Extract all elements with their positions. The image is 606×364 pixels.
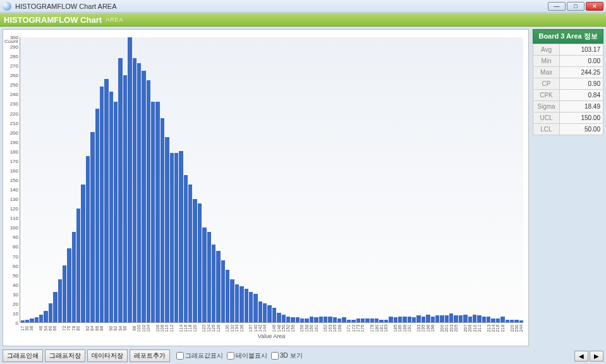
x-tick: 88 bbox=[99, 326, 104, 331]
x-tick: 207 bbox=[463, 325, 467, 332]
bar bbox=[421, 317, 425, 322]
bar bbox=[445, 315, 449, 322]
y-axis: 0102030405060708090100110120130140150160… bbox=[3, 37, 20, 323]
checkbox-input[interactable] bbox=[227, 352, 234, 360]
toolbar-button[interactable]: 데이타저장 bbox=[87, 349, 128, 362]
x-tick: 92 bbox=[113, 326, 118, 331]
x-tick: 162 bbox=[323, 325, 327, 332]
y-tick: 80 bbox=[13, 244, 18, 250]
toolbar-checkbox[interactable]: 그래프값표시 bbox=[176, 351, 223, 360]
bar bbox=[193, 199, 197, 322]
bar bbox=[123, 75, 127, 322]
panel-header: HISTOGRAMFLOW Chart AREA bbox=[0, 13, 606, 27]
bar bbox=[510, 320, 514, 323]
x-tick: 185 bbox=[393, 325, 397, 332]
bar bbox=[147, 80, 150, 322]
checkbox-label: 3D 보기 bbox=[280, 351, 303, 360]
y-tick: 90 bbox=[13, 234, 18, 240]
bar bbox=[249, 292, 253, 322]
bar bbox=[267, 305, 271, 322]
x-tick: 200 bbox=[439, 325, 444, 332]
toolbar-button[interactable]: 그래프저장 bbox=[45, 349, 85, 362]
toolbar-button[interactable]: 그래프인쇄 bbox=[3, 349, 43, 362]
stat-value: 0.00 bbox=[560, 56, 603, 67]
maximize-button[interactable]: □ bbox=[567, 2, 585, 11]
plot-area bbox=[20, 37, 523, 323]
bar bbox=[221, 260, 225, 322]
bar bbox=[67, 248, 71, 322]
bar bbox=[398, 317, 402, 322]
x-tick: 30 bbox=[25, 326, 29, 331]
bar bbox=[58, 279, 62, 322]
y-tick: 180 bbox=[10, 149, 18, 154]
x-tick: 100 bbox=[136, 325, 141, 332]
x-axis: Value Area 17303846546066727678808284868… bbox=[20, 323, 523, 339]
y-tick: 140 bbox=[10, 187, 18, 193]
x-tick: 66 bbox=[52, 326, 57, 331]
x-tick: 98 bbox=[131, 326, 136, 331]
bar bbox=[216, 251, 220, 322]
y-tick: 280 bbox=[10, 54, 18, 59]
stats-row: Min0.00 bbox=[533, 56, 603, 67]
x-tick: 137 bbox=[248, 325, 253, 332]
x-tick: 146 bbox=[272, 325, 276, 332]
bar bbox=[230, 279, 234, 322]
x-tick: 161 bbox=[313, 325, 318, 332]
x-tick: 124 bbox=[206, 325, 210, 332]
button-group: 그래프인쇄그래프저장데이타저장레포트추가 bbox=[3, 349, 170, 362]
bar bbox=[226, 270, 229, 322]
stats-row: UCL150.00 bbox=[533, 112, 603, 124]
x-tick: 122 bbox=[202, 325, 206, 332]
content-area: Count 0102030405060708090100110120130140… bbox=[0, 27, 606, 349]
bar bbox=[482, 317, 486, 322]
bar bbox=[454, 315, 458, 322]
bar bbox=[263, 303, 267, 322]
bar bbox=[384, 320, 388, 323]
next-button[interactable]: ▶ bbox=[590, 351, 603, 361]
bar bbox=[333, 317, 337, 322]
y-tick: 10 bbox=[13, 310, 18, 316]
bar bbox=[468, 317, 472, 322]
toolbar-checkbox[interactable]: 3D 보기 bbox=[271, 351, 303, 360]
bottom-toolbar: 그래프인쇄그래프저장데이타저장레포트추가 그래프값표시테이블표시3D 보기 ◀ … bbox=[0, 349, 606, 363]
toolbar-checkbox[interactable]: 테이블표시 bbox=[227, 351, 267, 360]
x-tick: 210 bbox=[472, 325, 476, 332]
bar bbox=[361, 318, 365, 322]
bar bbox=[310, 317, 313, 322]
bar bbox=[356, 318, 360, 322]
toolbar-button[interactable]: 레포트추가 bbox=[130, 349, 170, 362]
x-tick: 186 bbox=[397, 325, 402, 332]
bar bbox=[408, 317, 411, 322]
bar bbox=[39, 315, 43, 322]
x-tick: 156 bbox=[300, 325, 304, 332]
bar bbox=[500, 317, 504, 322]
minimize-button[interactable]: — bbox=[548, 2, 566, 11]
bar bbox=[30, 318, 33, 322]
prev-button[interactable]: ◀ bbox=[574, 351, 588, 361]
x-tick: 214 bbox=[491, 325, 495, 332]
checkbox-label: 그래프값표시 bbox=[185, 351, 223, 360]
checkbox-input[interactable] bbox=[271, 352, 279, 360]
bar bbox=[431, 317, 435, 322]
app-icon bbox=[3, 2, 11, 11]
x-tick: 191 bbox=[407, 325, 411, 332]
window-titlebar: HISTOGRAMFLOW Chart AREA — □ ✕ bbox=[0, 0, 606, 13]
bar bbox=[25, 320, 29, 323]
bar bbox=[212, 245, 215, 322]
bar bbox=[109, 92, 113, 322]
x-tick: 172 bbox=[351, 325, 355, 332]
x-tick: 54 bbox=[43, 326, 47, 331]
bar bbox=[104, 79, 108, 322]
bar bbox=[463, 315, 467, 322]
bar bbox=[514, 320, 518, 323]
bar bbox=[506, 320, 509, 323]
x-tick: 173 bbox=[356, 325, 360, 332]
bar bbox=[95, 109, 99, 322]
bar bbox=[319, 317, 323, 322]
bar bbox=[365, 318, 369, 322]
close-button[interactable]: ✕ bbox=[586, 2, 603, 11]
x-tick: 130 bbox=[225, 325, 229, 332]
y-tick: 20 bbox=[13, 301, 18, 306]
y-tick: 30 bbox=[13, 291, 18, 297]
checkbox-input[interactable] bbox=[176, 352, 184, 360]
